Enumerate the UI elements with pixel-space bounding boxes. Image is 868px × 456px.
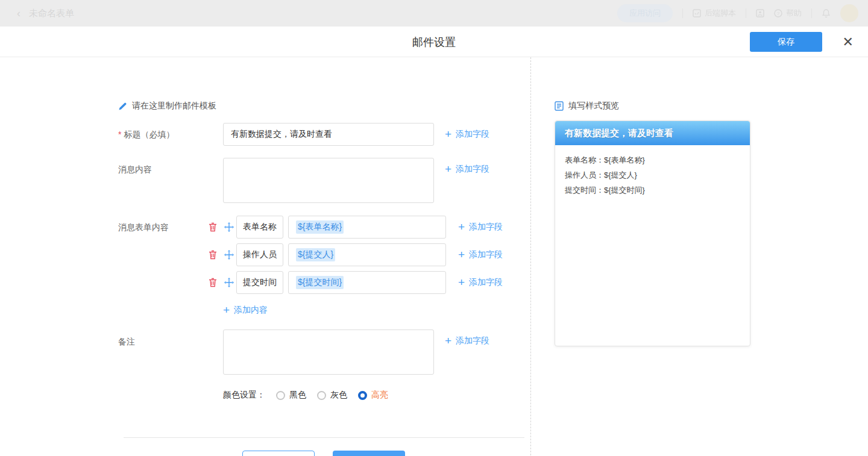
add-field-label: 添加字段 (469, 277, 503, 288)
row-actions (209, 278, 234, 287)
add-content-link[interactable]: + 添加内容 (223, 305, 268, 316)
title-field-label: *标题（必填） (118, 130, 174, 140)
save-button[interactable]: 保存 (750, 32, 822, 52)
row-token-input[interactable]: ${提交人} (288, 243, 446, 266)
required-mark: * (118, 130, 121, 139)
help-item[interactable]: ? 帮助 (774, 8, 802, 19)
column-divider (530, 57, 531, 455)
content-label: 消息内容 (118, 164, 152, 175)
row-name-input[interactable] (236, 271, 283, 294)
row-actions (209, 222, 234, 232)
field-token: ${提交人} (296, 248, 335, 261)
bell-icon[interactable] (822, 8, 831, 18)
radio-black-label: 黑色 (289, 390, 306, 401)
modal-header: 邮件设置 保存 ✕ (0, 27, 868, 57)
email-preview-card: 有新数据提交，请及时查看 表单名称：${表单名称} 操作人员：${提交人} 提交… (555, 120, 750, 346)
radio-highlight-label: 高亮 (371, 390, 388, 401)
question-icon: ? (774, 9, 782, 17)
help-label: 帮助 (786, 8, 802, 19)
close-icon[interactable]: ✕ (843, 34, 854, 51)
add-field-label: 添加字段 (469, 249, 503, 260)
plus-icon: + (445, 164, 451, 175)
add-field-label: 添加字段 (469, 222, 503, 233)
preview-header-label: 填写样式预览 (568, 101, 619, 111)
radio-circle-icon (276, 391, 285, 400)
topbar-divider (682, 8, 683, 18)
svg-text:?: ? (777, 11, 780, 16)
add-field-link-row[interactable]: + 添加字段 (458, 222, 503, 233)
delete-row-icon[interactable] (209, 278, 217, 287)
add-field-label: 添加字段 (456, 336, 489, 346)
preview-line: 提交时间：${提交时间} (555, 183, 750, 198)
preview-line: 操作人员：${提交人} (555, 167, 750, 183)
move-row-icon[interactable] (224, 278, 234, 287)
background-app-bar: ‹ 未命名表单 应用访问 后端脚本 ? 帮助 (0, 0, 868, 27)
add-field-link-row[interactable]: + 添加字段 (458, 277, 503, 288)
color-settings-label: 颜色设置： (223, 390, 265, 401)
delete-row-icon[interactable] (209, 222, 217, 232)
add-content-label: 添加内容 (234, 305, 268, 316)
radio-highlight[interactable]: 高亮 (358, 390, 388, 401)
add-field-link-row[interactable]: + 添加字段 (458, 249, 503, 260)
footer-divider (124, 437, 524, 438)
topbar-divider (811, 8, 812, 18)
preview-card-title: 有新数据提交，请及时查看 (555, 121, 750, 145)
email-settings-modal: 邮件设置 保存 ✕ 请在这里制作邮件模板 *标题（必填） + 添加字段 消息内容… (0, 27, 868, 456)
table-content-label: 消息表单内容 (118, 222, 169, 233)
restore-default-button[interactable]: 恢复默认 (333, 451, 405, 456)
modal-body: 请在这里制作邮件模板 *标题（必填） + 添加字段 消息内容 + 添加字段 消息… (0, 57, 868, 455)
move-row-icon[interactable] (224, 250, 234, 260)
plus-icon: + (445, 129, 451, 140)
plus-icon: + (445, 336, 451, 346)
backend-script-label: 后端脚本 (705, 8, 736, 19)
preview-card-body: 表单名称：${表单名称} 操作人员：${提交人} 提交时间：${提交时间} (555, 145, 750, 198)
plus-icon: + (458, 277, 465, 288)
plus-icon: + (223, 305, 230, 316)
row-token-input[interactable]: ${表单名称} (288, 216, 446, 239)
radio-black[interactable]: 黑色 (276, 390, 306, 401)
form-title-background: 未命名表单 (29, 8, 74, 19)
add-field-label: 添加字段 (456, 164, 489, 175)
backend-script-item[interactable]: 后端脚本 (693, 8, 736, 19)
back-chevron-icon[interactable]: ‹ (17, 7, 20, 20)
preview-header: 填写样式预览 (555, 101, 619, 111)
template-hint: 请在这里制作邮件模板 (118, 101, 216, 111)
message-content-textarea[interactable] (223, 158, 434, 203)
radio-circle-selected-icon (358, 391, 367, 400)
color-settings-row: 颜色设置： 黑色 灰色 高亮 (223, 390, 388, 401)
add-field-link-content[interactable]: + 添加字段 (445, 164, 489, 175)
pencil-icon (118, 102, 127, 111)
title-field-label-text: 标题（必填） (124, 130, 174, 139)
modal-title: 邮件设置 (0, 35, 868, 49)
field-token: ${表单名称} (296, 220, 344, 234)
preview-line: 表单名称：${表单名称} (555, 152, 750, 167)
add-field-link-note[interactable]: + 添加字段 (445, 336, 489, 346)
title-input[interactable] (223, 123, 434, 146)
note-label: 备注 (118, 337, 135, 348)
template-hint-label: 请在这里制作邮件模板 (132, 101, 216, 111)
user-card-icon[interactable] (756, 9, 764, 17)
row-name-input[interactable] (236, 216, 283, 239)
delete-row-icon[interactable] (209, 250, 217, 260)
radio-gray-label: 灰色 (330, 390, 347, 401)
plus-icon: + (458, 249, 465, 260)
row-actions (209, 250, 234, 260)
note-textarea[interactable] (223, 330, 434, 375)
radio-gray[interactable]: 灰色 (317, 390, 347, 401)
row-token-input[interactable]: ${提交时间} (288, 271, 446, 294)
app-access-pill[interactable]: 应用访问 (617, 4, 673, 22)
row-name-input[interactable] (236, 243, 283, 266)
plus-icon: + (458, 222, 465, 233)
move-row-icon[interactable] (224, 222, 234, 232)
add-field-label: 添加字段 (456, 129, 489, 140)
radio-circle-icon (317, 391, 326, 400)
test-button[interactable]: 测试 (242, 451, 315, 456)
document-icon (555, 101, 564, 111)
avatar[interactable] (840, 4, 858, 22)
add-field-link-title[interactable]: + 添加字段 (445, 129, 489, 140)
field-token: ${提交时间} (296, 276, 344, 289)
topbar-divider (746, 8, 746, 18)
script-icon (693, 9, 701, 17)
